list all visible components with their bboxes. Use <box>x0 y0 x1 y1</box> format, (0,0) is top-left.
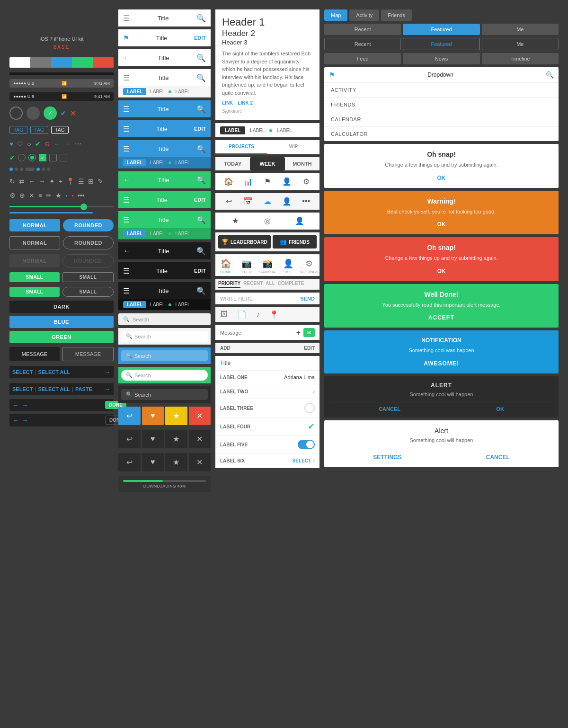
back-icon-dark[interactable]: ← <box>123 247 131 255</box>
tab-wip[interactable]: WIP <box>267 140 320 154</box>
hamburger-icon9[interactable]: ☰ <box>123 286 130 295</box>
delete-btn[interactable]: ✕ <box>189 407 211 425</box>
article-link1[interactable]: LINK <box>222 100 233 106</box>
timeline-pill[interactable]: Timeline <box>482 53 559 64</box>
reply-dark-btn2[interactable]: ↩ <box>118 453 141 471</box>
recent-pill1[interactable]: Recent <box>324 24 401 35</box>
share-icon2[interactable]: ↩ <box>219 197 239 206</box>
accept-btn[interactable]: ACCEPT <box>331 314 552 321</box>
target-icon-tab[interactable]: ◎ <box>251 216 284 225</box>
select-all-btn2[interactable]: SELECT ALL <box>38 386 70 392</box>
checkbox-empty[interactable] <box>49 154 57 161</box>
search-bar-dark[interactable]: 🔍 Search <box>118 386 211 403</box>
person-icon-tab2[interactable]: 👤 <box>284 216 316 225</box>
green-full-button[interactable]: GREEN <box>9 331 114 343</box>
settings-btn[interactable]: SETTINGS <box>373 454 401 461</box>
rounded-outline-button[interactable]: ROUNDED <box>63 236 114 249</box>
hamburger-icon8[interactable]: ☰ <box>123 266 130 275</box>
recent-pill2[interactable]: Recent <box>324 38 401 50</box>
warning-ok-btn[interactable]: OK <box>331 221 552 228</box>
select-btn1[interactable]: SELECT <box>12 369 33 375</box>
recent-tab[interactable]: RECENT <box>243 281 263 288</box>
person-icon-tab[interactable]: 👤 <box>277 177 296 186</box>
search-icon-dark2[interactable]: 🔍 <box>196 286 206 295</box>
edit-btn1[interactable]: EDIT <box>194 35 206 41</box>
location-attach-icon[interactable]: 📍 <box>269 310 279 319</box>
small-green-button2[interactable]: SMALL <box>9 287 60 297</box>
write-here-label[interactable]: WRITE HERE <box>220 296 297 302</box>
paste-btn[interactable]: PASTE <box>75 386 92 392</box>
small-outline-rounded-button[interactable]: SMALL <box>62 287 114 297</box>
friends-btn[interactable]: 👥 FRIENDS <box>273 235 317 249</box>
search-icon3[interactable]: 🔍 <box>196 73 206 82</box>
radio-checked[interactable] <box>28 154 36 161</box>
search-icon-dark1[interactable]: 🔍 <box>196 247 206 256</box>
back-icon-green[interactable]: ← <box>123 176 131 184</box>
keyboard-input1[interactable] <box>31 402 102 408</box>
chart-icon-tab[interactable]: 📊 <box>239 177 258 186</box>
heart-dark-btn2[interactable]: ♥ <box>142 453 164 471</box>
complete-tab[interactable]: COMPLETE <box>278 281 304 288</box>
heart-dark-btn[interactable]: ♥ <box>142 430 164 448</box>
search-icon1[interactable]: 🔍 <box>196 14 206 23</box>
activity-tab[interactable]: Activity <box>349 9 379 21</box>
message-btn2[interactable]: MESSAGE <box>62 347 114 361</box>
music-attach-icon[interactable]: ♪ <box>256 310 260 319</box>
bottom-settings[interactable]: ⚙ SETTINGS <box>299 255 320 276</box>
more-icon2[interactable]: ••• <box>296 197 316 206</box>
home-icon-tab[interactable]: 🏠 <box>219 177 239 186</box>
file-attach-icon[interactable]: 📄 <box>237 310 247 319</box>
oh-snap-ok-btn[interactable]: OK <box>331 175 552 181</box>
tag-blue2[interactable]: TAG <box>30 126 48 134</box>
search-inner-green[interactable]: 🔍 Search <box>121 370 208 381</box>
priority-tab[interactable]: PRIORITY <box>218 281 240 288</box>
toggle-on[interactable] <box>298 440 315 449</box>
rounded-blue-button[interactable]: ROUNDED <box>63 219 114 231</box>
blue-full-button[interactable]: BLUE <box>9 316 114 328</box>
form-row-6[interactable]: LABEL SIX SELECT › <box>215 453 320 468</box>
hamburger-icon4[interactable]: ☰ <box>123 124 130 133</box>
search-bar-white[interactable]: 🔍 Search <box>118 328 211 345</box>
search-inner-dark[interactable]: 🔍 Search <box>121 389 208 400</box>
add-icon[interactable]: + <box>296 328 301 337</box>
cancel-btn2[interactable]: CANCEL <box>486 454 510 461</box>
keyboard-input2[interactable] <box>31 417 102 424</box>
me-pill1[interactable]: Me <box>482 24 559 35</box>
time-tab-week[interactable]: WEEK <box>250 157 284 170</box>
search-inner-white[interactable]: 🔍 Search <box>121 331 208 342</box>
bottom-home[interactable]: 🏠 HOME <box>215 255 236 276</box>
dark-full-button[interactable]: DARK <box>9 301 114 313</box>
hamburger-icon3[interactable]: ☰ <box>123 105 130 114</box>
hamburger-icon2[interactable]: ☰ <box>123 73 130 82</box>
cancel-btn1[interactable]: CANCEL <box>379 406 400 412</box>
hamburger-icon6[interactable]: ☰ <box>123 195 130 204</box>
search-icon-blue1[interactable]: 🔍 <box>196 105 206 114</box>
select-label[interactable]: SELECT <box>293 458 311 463</box>
form-row-2[interactable]: LABEL TWO › <box>215 384 320 399</box>
search-bar-green[interactable]: 🔍 Search <box>118 367 211 383</box>
dropdown-item-calendar[interactable]: CALENDAR <box>324 112 559 127</box>
calendar-icon2[interactable]: 📅 <box>239 197 258 206</box>
toggle-checked[interactable]: ✓ <box>44 107 57 120</box>
featured-pill2[interactable]: Featured <box>403 38 479 50</box>
feed-pill[interactable]: Feed <box>324 53 401 64</box>
news-pill[interactable]: News <box>403 53 479 64</box>
reply-btn[interactable]: ↩ <box>118 407 141 425</box>
small-green-button1[interactable]: SMALL <box>9 272 60 282</box>
star-dark-btn2[interactable]: ★ <box>165 453 187 471</box>
awesome-btn[interactable]: AWESOME! <box>331 360 552 367</box>
search-inner-blue[interactable]: 🔍 Search <box>121 350 208 361</box>
flag-icon-tab[interactable]: ⚑ <box>258 177 277 186</box>
checkbox-checked[interactable]: ✓ <box>39 154 46 161</box>
person-icon2[interactable]: 👤 <box>277 197 296 206</box>
heart-btn[interactable]: ♥ <box>142 407 164 425</box>
delete-dark-btn2[interactable]: ✕ <box>189 453 211 471</box>
send-btn[interactable]: SEND <box>300 296 315 302</box>
normal-outline-button[interactable]: NORMAL <box>9 236 60 249</box>
hamburger-icon5[interactable]: ☰ <box>123 144 130 153</box>
delete-dark-btn[interactable]: ✕ <box>189 430 211 448</box>
reply-dark-btn[interactable]: ↩ <box>118 430 141 448</box>
edit-btn-green1[interactable]: EDIT <box>194 197 206 203</box>
all-tab[interactable]: ALL <box>266 281 275 288</box>
search-icon-green2[interactable]: 🔍 <box>196 215 206 224</box>
